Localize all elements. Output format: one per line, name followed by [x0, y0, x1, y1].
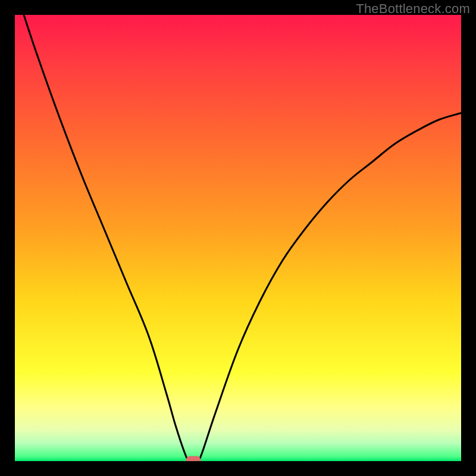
watermark-label: TheBottleneck.com: [356, 1, 470, 17]
bottleneck-curve: [24, 15, 461, 461]
optimum-marker: [186, 456, 201, 461]
chart-svg: [15, 15, 461, 461]
chart-frame: TheBottleneck.com: [0, 0, 476, 476]
chart-plot-area: [15, 15, 461, 461]
